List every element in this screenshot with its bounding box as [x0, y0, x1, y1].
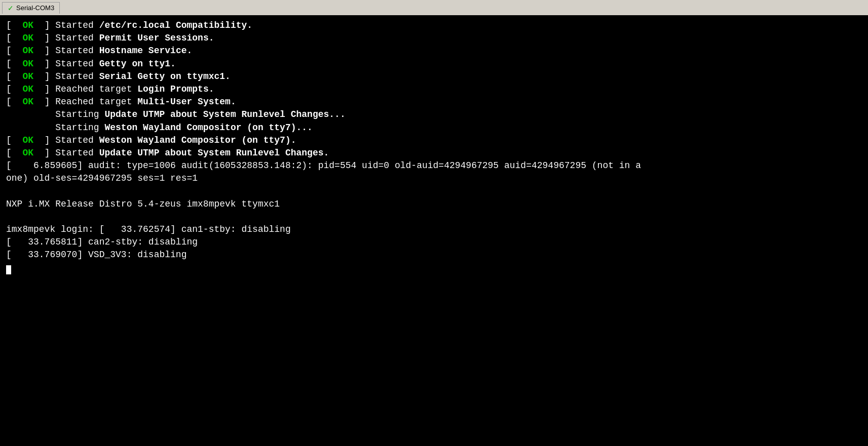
- action-detail: /etc/rc.local Compatibility.: [99, 20, 252, 30]
- action-text: Started: [55, 20, 99, 30]
- action-detail: Hostname Service.: [99, 46, 193, 56]
- action-text: Started: [55, 59, 99, 69]
- terminal-line: [ OK ] Started Getty on tty1.: [6, 58, 862, 70]
- ok-status: OK: [17, 33, 39, 43]
- bracket-close: ]: [39, 135, 55, 145]
- bracket-close: ]: [39, 20, 55, 30]
- action-detail: Multi-User System.: [137, 97, 236, 107]
- bracket-close: ]: [39, 148, 55, 158]
- terminal-line: [ 6.859605] audit: type=1006 audit(16053…: [6, 159, 862, 172]
- title-bar: ✓ Serial-COM3: [0, 0, 868, 15]
- bracket-close: ]: [39, 33, 55, 43]
- bracket-open: [: [6, 84, 17, 94]
- bracket-open: [: [6, 33, 17, 43]
- terminal-line: one) old-ses=4294967295 ses=1 res=1: [6, 172, 862, 185]
- bracket-open: [: [6, 20, 17, 30]
- terminal-line: [ 33.769070] VSD_3V3: disabling: [6, 249, 862, 261]
- plain-text: imx8mpevk login: [ 33.762574] can1-stby:…: [6, 224, 291, 234]
- plain-text: Starting: [6, 109, 104, 119]
- action-detail: Update UTMP about System Runlevel Change…: [99, 148, 329, 158]
- ok-status: OK: [17, 20, 39, 30]
- plain-bold: Update UTMP about System Runlevel Change…: [104, 109, 345, 119]
- serial-tab[interactable]: ✓ Serial-COM3: [2, 2, 60, 14]
- terminal-line: NXP i.MX Release Distro 5.4-zeus imx8mpe…: [6, 198, 862, 211]
- ok-status: OK: [17, 84, 39, 94]
- action-detail: Permit User Sessions.: [99, 33, 214, 43]
- action-detail: Login Prompts.: [137, 84, 214, 94]
- terminal-line: imx8mpevk login: [ 33.762574] can1-stby:…: [6, 223, 862, 236]
- action-detail: Serial Getty on ttymxc1.: [99, 71, 231, 82]
- terminal-cursor: [6, 265, 11, 274]
- terminal-output: [ OK ] Started /etc/rc.local Compatibili…: [0, 15, 868, 446]
- plain-text: one) old-ses=4294967295 ses=1 res=1: [6, 173, 198, 183]
- terminal-line: [ OK ] Reached target Login Prompts.: [6, 83, 862, 96]
- action-detail: Getty on tty1.: [99, 59, 176, 69]
- terminal-line: Starting Weston Wayland Compositor (on t…: [6, 121, 862, 134]
- ok-status: OK: [17, 135, 39, 145]
- ok-status: OK: [17, 148, 39, 158]
- bracket-open: [: [6, 135, 17, 145]
- ok-status: OK: [17, 71, 39, 82]
- bracket-open: [: [6, 46, 17, 56]
- terminal-line: [ OK ] Started /etc/rc.local Compatibili…: [6, 19, 862, 32]
- ok-status: OK: [17, 59, 39, 69]
- bracket-open: [: [6, 59, 17, 69]
- check-icon: ✓: [8, 4, 14, 12]
- plain-bold: Weston Wayland Compositor (on tty7)...: [104, 123, 312, 133]
- plain-text: [ 6.859605] audit: type=1006 audit(16053…: [6, 160, 641, 171]
- bracket-open: [: [6, 71, 17, 82]
- terminal-line: Starting Update UTMP about System Runlev…: [6, 108, 862, 121]
- action-detail: Weston Wayland Compositor (on tty7).: [99, 135, 296, 145]
- terminal-cursor-line: [6, 262, 862, 274]
- terminal-line: [ OK ] Started Weston Wayland Compositor…: [6, 134, 862, 147]
- bracket-close: ]: [39, 46, 55, 56]
- bracket-close: ]: [39, 59, 55, 69]
- plain-text: Starting: [6, 123, 104, 133]
- terminal-line: [ 33.765811] can2-stby: disabling: [6, 236, 862, 249]
- terminal-line: [ OK ] Started Update UTMP about System …: [6, 147, 862, 159]
- terminal-line: [ OK ] Reached target Multi-User System.: [6, 96, 862, 108]
- ok-status: OK: [17, 97, 39, 107]
- plain-text: [ 33.765811] can2-stby: disabling: [6, 237, 198, 247]
- plain-text: NXP i.MX Release Distro 5.4-zeus imx8mpe…: [6, 199, 280, 209]
- bracket-close: ]: [39, 84, 55, 94]
- window-frame: ✓ Serial-COM3 [ OK ] Started /etc/rc.loc…: [0, 0, 868, 446]
- plain-text: [ 33.769070] VSD_3V3: disabling: [6, 250, 186, 260]
- bracket-close: ]: [39, 71, 55, 82]
- terminal-line: [ OK ] Started Permit User Sessions.: [6, 32, 862, 45]
- action-text: Started: [55, 135, 99, 145]
- action-text: Started: [55, 148, 99, 158]
- tab-label: Serial-COM3: [16, 4, 54, 12]
- bracket-open: [: [6, 97, 17, 107]
- action-text: Started: [55, 46, 99, 56]
- action-text: Reached target: [55, 84, 137, 94]
- bracket-open: [: [6, 148, 17, 158]
- action-text: Started: [55, 33, 99, 43]
- terminal-line: [ OK ] Started Serial Getty on ttymxc1.: [6, 70, 862, 83]
- ok-status: OK: [17, 46, 39, 56]
- action-text: Reached target: [55, 97, 137, 107]
- bracket-close: ]: [39, 97, 55, 107]
- action-text: Started: [55, 71, 99, 82]
- terminal-line: [ OK ] Started Hostname Service.: [6, 45, 862, 57]
